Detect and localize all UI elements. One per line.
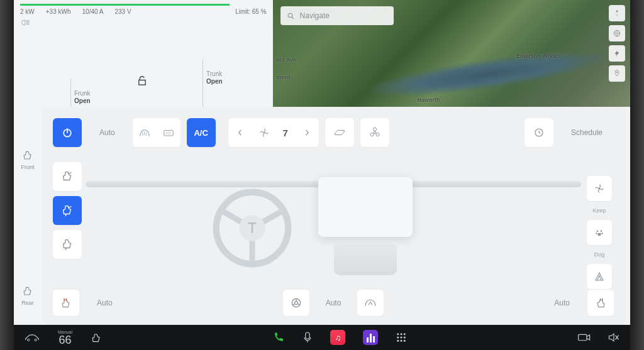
svg-point-16: [597, 233, 601, 236]
seat-heat-icon: [594, 297, 607, 309]
svg-point-11: [599, 188, 601, 190]
airflow-face-icon: [60, 170, 74, 183]
ac-button[interactable]: A/C: [187, 118, 216, 147]
dock-volume-button[interactable]: [608, 332, 620, 343]
microphone-icon: [303, 331, 313, 344]
defrost-front-button[interactable]: [133, 118, 157, 147]
defrost-rear-button[interactable]: [157, 118, 180, 147]
airflow-face-button[interactable]: [53, 162, 82, 191]
windshield-heat-icon: [364, 297, 377, 309]
svg-point-30: [397, 340, 399, 342]
climate-panel: Auto A/C 7: [42, 107, 625, 325]
power-icon: [61, 126, 74, 139]
fan-icon-cell: [252, 118, 276, 147]
map-label-ave: ect Ave: [277, 57, 296, 63]
svg-point-8: [370, 133, 374, 136]
svg-rect-33: [579, 334, 587, 340]
airflow-face-feet-button[interactable]: [53, 196, 82, 225]
map-panel[interactable]: Navigate Emerson Woods Haworth mont ect …: [273, 0, 630, 107]
passenger-seat-heater-button[interactable]: [587, 290, 614, 316]
dock-dashcam-button[interactable]: [577, 332, 591, 342]
charge-limit: Limit: 65 %: [235, 8, 266, 15]
recirculate-button[interactable]: [325, 118, 354, 147]
map-orient-button[interactable]: [609, 5, 625, 21]
dock-all-apps-button[interactable]: [396, 332, 407, 343]
dock-car-button[interactable]: [24, 332, 40, 342]
charge-amps: 10/40 A: [82, 8, 104, 15]
frunk-label: Frunk: [74, 90, 91, 97]
svg-point-25: [401, 333, 402, 335]
map-layers-button[interactable]: [609, 25, 625, 41]
keep-icon: [594, 183, 605, 194]
seat-heat-icon: [60, 297, 72, 309]
nav-search-bar[interactable]: Navigate: [280, 6, 394, 25]
keep-mode-button[interactable]: [587, 176, 612, 201]
climate-auto-button[interactable]: Auto: [88, 118, 126, 147]
biohazard-icon: [369, 127, 380, 138]
seat-front-selector[interactable]: Front: [21, 150, 34, 170]
camp-mode-button[interactable]: [587, 264, 612, 289]
defrost-front-icon: [138, 127, 151, 138]
cabin-illustration: [86, 163, 581, 285]
svg-point-31: [401, 340, 402, 342]
seat-rear-icon: [21, 285, 34, 298]
svg-point-24: [397, 333, 399, 335]
camp-icon: [594, 271, 605, 282]
dock-temp-control[interactable]: Manual 66: [58, 330, 72, 346]
dock-mic-button[interactable]: [303, 331, 313, 344]
dog-label: Dog: [594, 251, 605, 258]
phone-icon: [272, 331, 285, 344]
dock-music-app[interactable]: ♫: [330, 330, 345, 345]
dock-podcast-app[interactable]: [363, 330, 378, 345]
dock-phone-button[interactable]: [272, 331, 285, 344]
grid-icon: [396, 332, 407, 343]
driver-seat-heater-button[interactable]: [53, 290, 79, 316]
car-icon: [24, 332, 40, 342]
svg-point-26: [404, 333, 406, 335]
passenger-auto-button[interactable]: Auto: [543, 288, 581, 317]
fan-increase-button[interactable]: [295, 118, 319, 147]
bioweapon-button[interactable]: [360, 118, 389, 147]
frunk-status[interactable]: Frunk Open: [74, 90, 91, 105]
dock-seat-heat-button[interactable]: [90, 331, 103, 344]
svg-point-15: [601, 232, 602, 234]
airflow-feet-button[interactable]: [53, 230, 82, 259]
seat-front-label: Front: [21, 164, 34, 170]
map-charger-button[interactable]: [609, 45, 625, 62]
wheel-heater-button[interactable]: [283, 290, 309, 316]
seat-heat-dock-icon: [90, 331, 103, 344]
airflow-feet-icon: [60, 238, 74, 251]
svg-point-12: [597, 230, 599, 232]
svg-point-14: [596, 232, 597, 234]
schedule-icon-button[interactable]: [525, 118, 553, 147]
schedule-button[interactable]: Schedule: [560, 118, 614, 147]
chevron-left-icon: [237, 128, 243, 137]
center-auto-button[interactable]: Auto: [314, 288, 353, 317]
svg-point-2: [616, 72, 618, 73]
svg-rect-23: [306, 332, 309, 339]
dog-mode-button[interactable]: [587, 220, 612, 245]
dog-icon: [594, 227, 605, 238]
map-label-haworth: Haworth: [418, 97, 440, 103]
fan-speed-value: 7: [276, 128, 295, 138]
fan-decrease-button[interactable]: [228, 118, 252, 147]
trunk-status[interactable]: Trunk Open: [206, 70, 223, 85]
svg-point-20: [294, 302, 297, 305]
driver-auto-button[interactable]: Auto: [86, 288, 124, 317]
dock-temp-value: 66: [58, 334, 71, 346]
dock-bar: Manual 66 ♫: [14, 325, 630, 350]
map-pin-button[interactable]: [609, 65, 625, 82]
seat-rear-selector[interactable]: Rear: [21, 285, 34, 306]
trunk-state: Open: [206, 78, 223, 85]
charge-voltage: 233 V: [114, 8, 131, 15]
unlock-icon[interactable]: [136, 75, 148, 87]
seat-rear-label: Rear: [21, 300, 34, 306]
seat-front-icon: [21, 150, 34, 162]
svg-point-32: [404, 340, 406, 342]
svg-point-6: [374, 131, 375, 133]
dashcam-icon: [577, 332, 591, 342]
wiper-heater-button[interactable]: [357, 290, 384, 316]
recirculate-icon: [333, 128, 346, 137]
search-icon: [287, 12, 295, 20]
climate-power-button[interactable]: [53, 118, 82, 147]
